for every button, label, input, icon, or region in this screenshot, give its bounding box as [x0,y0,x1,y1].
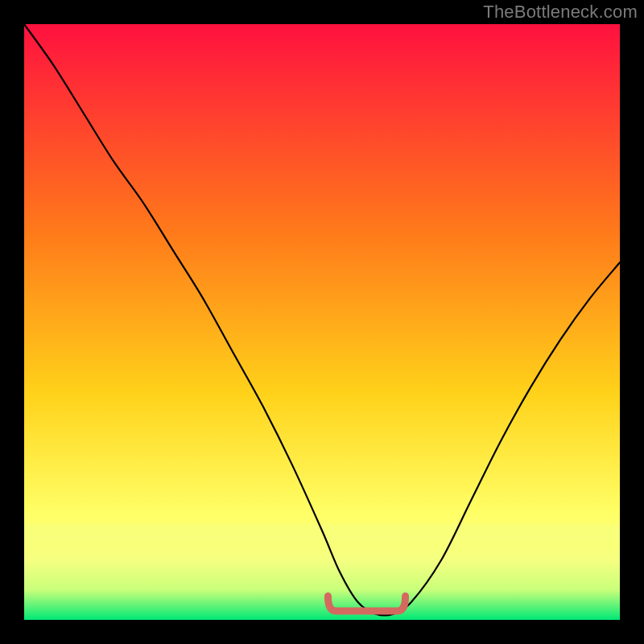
watermark-text: TheBottleneck.com [483,2,638,23]
svg-rect-1 [24,525,620,543]
chart-svg [24,24,620,620]
bottleneck-chart [24,24,620,620]
